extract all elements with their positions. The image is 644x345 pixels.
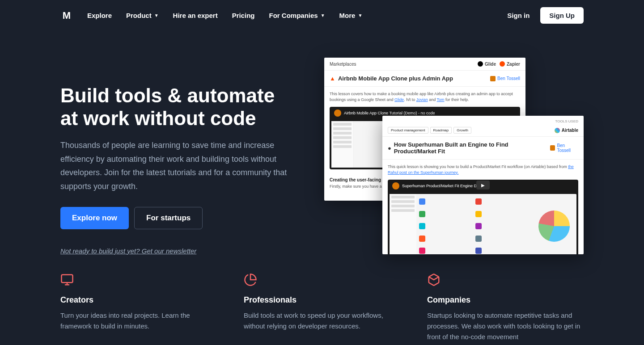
chevron-down-icon: ▼: [321, 13, 325, 18]
card-header: TOOLS USED: [382, 116, 584, 127]
app-icon: [418, 208, 474, 220]
card-header: Marketplaces Glide Zapier: [324, 58, 525, 70]
tool-label: Airtable: [562, 128, 578, 133]
app-icon: [475, 220, 530, 232]
app-color-icon: [475, 248, 482, 254]
nav-companies[interactable]: For Companies ▼: [269, 12, 325, 19]
sidebar-line: [391, 209, 415, 212]
app-grid: [416, 194, 532, 254]
hero-desc: Thousands of people are learning to save…: [60, 139, 297, 193]
hero: Build tools & automate at work without c…: [0, 31, 644, 264]
glide-link[interactable]: Glide: [394, 97, 404, 102]
sidebar-line: [391, 200, 415, 203]
app-icon: [418, 196, 474, 207]
jovian-link[interactable]: Jovian: [416, 97, 428, 102]
signup-button[interactable]: Sign Up: [540, 7, 584, 24]
logo[interactable]: M: [60, 9, 73, 22]
card-title: ▲ Airbnb Mobile App Clone plus Admin App: [330, 75, 453, 82]
airtable-icon: [555, 128, 560, 133]
pie-chart-icon: [244, 273, 400, 288]
sidebar-line: [333, 145, 352, 148]
bullet-icon: ●: [388, 145, 391, 151]
feature-title: Companies: [427, 295, 584, 305]
app-icon: [418, 233, 474, 244]
sidebar-line: [391, 205, 415, 207]
nav-product[interactable]: Product ▼: [126, 12, 159, 19]
card-title-text: Airbnb Mobile App Clone plus Admin App: [338, 75, 453, 82]
app-color-icon: [475, 223, 482, 229]
tool-zapier: Zapier: [500, 61, 520, 67]
hero-title: Build tools & automate at work without c…: [60, 84, 297, 130]
nav-right: Sign in Sign Up: [507, 7, 584, 24]
app-icon: [418, 220, 474, 232]
app-color-icon: [419, 223, 425, 229]
explore-now-button[interactable]: Explore now: [60, 207, 129, 229]
tutorial-card-2: TOOLS USED Product management Roadmap Gr…: [382, 116, 584, 254]
signin-link[interactable]: Sign in: [507, 12, 530, 19]
app-icon: [475, 233, 530, 244]
nav-more-label: More: [339, 12, 356, 19]
box-icon: [427, 273, 584, 288]
app-color-icon: [475, 236, 482, 242]
tool-label: Glide: [485, 62, 496, 67]
video-avatar-icon: [392, 182, 399, 189]
feature-title: Creators: [60, 295, 217, 305]
app-color-icon: [419, 248, 425, 254]
tab-chip[interactable]: Product management: [388, 127, 428, 134]
breadcrumb: Marketplaces: [330, 62, 356, 67]
nav-companies-label: For Companies: [269, 12, 318, 19]
tool-glide: Glide: [478, 61, 496, 67]
author-avatar-icon: [490, 76, 496, 81]
author-avatar-icon: [550, 145, 555, 151]
video-title: Airbnb Mobile App Clone Tutorial (Demo) …: [344, 111, 435, 115]
nav-explore[interactable]: Explore: [87, 12, 112, 19]
sidebar-line: [333, 123, 352, 126]
app-icon: [418, 245, 474, 254]
desc-text: for their help.: [445, 97, 469, 102]
nav-more[interactable]: More ▼: [339, 12, 363, 19]
pie-chart-icon: [538, 210, 570, 242]
airbnb-icon: ▲: [330, 75, 335, 82]
feature-title: Professionals: [244, 295, 400, 305]
tabs: Product management Roadmap Growth: [388, 127, 471, 134]
newsletter-link[interactable]: Not ready to build just yet? Get our new…: [60, 247, 196, 255]
sidebar-line: [333, 132, 352, 135]
nav-hire[interactable]: Hire an expert: [173, 12, 218, 19]
app-icon: [475, 208, 530, 220]
card-desc: This lesson covers how to make a booking…: [324, 87, 525, 107]
hero-right: Marketplaces Glide Zapier ▲ Airbnb Mobil…: [324, 58, 584, 255]
zapier-icon: [500, 61, 505, 67]
card-desc: This quick lesson is showing you how to …: [382, 160, 584, 180]
nav-left: M Explore Product ▼ Hire an expert Prici…: [60, 9, 362, 22]
nav-pricing[interactable]: Pricing: [232, 12, 255, 19]
app-color-icon: [475, 198, 482, 205]
tab-chip[interactable]: Growth: [453, 127, 471, 134]
tom-link[interactable]: Tom: [437, 97, 445, 102]
tabs-tools-row: Product management Roadmap Growth Airtab…: [382, 127, 584, 136]
video-sidebar: [331, 121, 354, 168]
video-title: Superhuman Product/Market Fit Engine Dem…: [402, 184, 485, 188]
author-name: Ben Tossell: [557, 143, 578, 153]
chevron-down-icon: ▼: [154, 13, 159, 18]
author: Ben Tossell: [550, 143, 578, 153]
sidebar-line: [333, 127, 352, 130]
video-sidebar: [390, 194, 416, 254]
sidebar-line: [391, 196, 415, 198]
navbar: M Explore Product ▼ Hire an expert Prici…: [0, 0, 644, 31]
video-avatar-icon: [334, 109, 341, 117]
tool-airtable: Airtable: [555, 128, 578, 133]
hero-left: Build tools & automate at work without c…: [60, 58, 297, 255]
feature-desc: Startups looking to automate repetitive …: [427, 310, 584, 342]
app-icon: [475, 196, 530, 207]
desc-text: and: [428, 97, 437, 102]
play-icon[interactable]: ▶: [476, 181, 490, 189]
feature-desc: Turn your ideas into real projects. Lear…: [60, 310, 217, 332]
desc-text: This quick lesson is showing you how to …: [388, 164, 568, 169]
video-body: ▶: [390, 194, 576, 254]
card-title-text: How Superhuman Built an Engine to Find P…: [394, 141, 550, 155]
tab-chip[interactable]: Roadmap: [430, 127, 452, 134]
hero-buttons: Explore now For startups: [60, 207, 297, 229]
chevron-down-icon: ▼: [358, 13, 362, 18]
for-startups-button[interactable]: For startups: [134, 207, 203, 229]
tool-label: Zapier: [507, 62, 520, 67]
